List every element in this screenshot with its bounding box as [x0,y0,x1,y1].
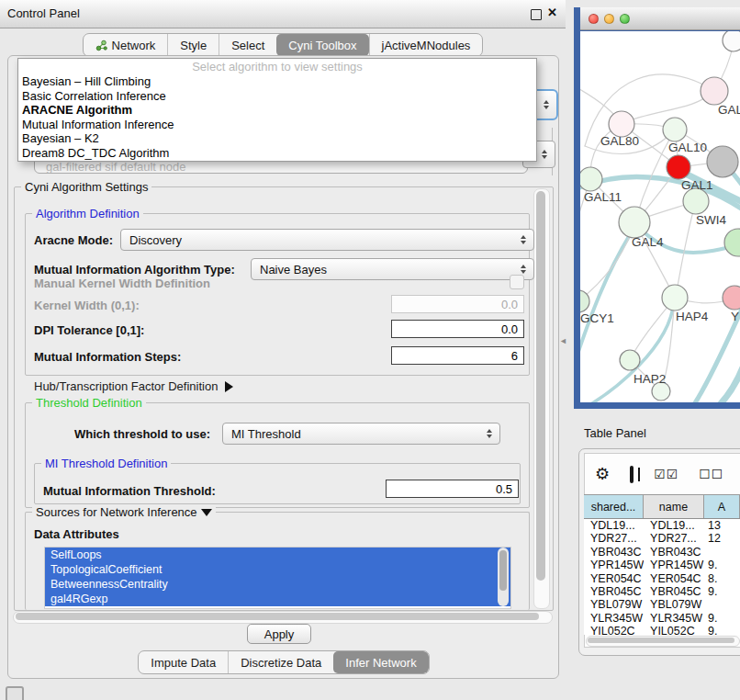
table-cell: YBL079W [584,598,644,611]
column-header[interactable]: shared... [584,495,644,518]
mi-type-combo[interactable]: Naive Bayes [251,258,534,280]
mi-steps-input[interactable] [391,346,524,365]
table: shared... name A YDL19...YDL19...13YDR27… [584,494,740,635]
network-edge[interactable] [622,91,714,124]
settings-hscrollbar-thumb[interactable] [16,613,539,620]
algorithm-option[interactable]: Bayesian – Hill Climbing [18,74,536,89]
close-traffic-light-icon[interactable] [589,14,599,24]
aracne-mode-combo[interactable]: Discovery [120,229,534,251]
tab-infer-network[interactable]: Infer Network [333,651,428,673]
tab-select[interactable]: Select [219,34,276,56]
algorithm-option[interactable]: Basic Correlation Inference [18,89,536,104]
network-node[interactable] [723,31,740,51]
network-edge[interactable] [707,355,740,402]
tab-label: Infer Network [345,656,416,670]
kernel-width-input[interactable] [391,295,524,313]
table-row[interactable]: YER054CYER054C8. [584,572,740,585]
data-attributes-list[interactable]: SelfLoopsTopologicalCoefficientBetweenne… [44,547,511,609]
collapse-arrow-icon [201,509,212,516]
data-attribute-item[interactable]: SelfLoops [45,548,510,562]
network-window-titlebar[interactable] [580,7,740,30]
network-node[interactable] [723,286,740,310]
network-edge[interactable] [580,226,635,362]
tab-style[interactable]: Style [167,34,219,56]
table-row[interactable]: YBR043CYBR043C [584,546,740,559]
table-cell: YLR345W [584,612,644,625]
mi-type-value: Naive Bayes [260,263,327,277]
manual-kernel-checkbox[interactable] [510,275,524,289]
zoom-traffic-light-icon[interactable] [620,14,630,24]
table-cell: 9. [704,585,740,598]
gear-icon[interactable]: ⚙ [595,466,610,482]
table-row[interactable]: YPR145WYPR145W9. [584,559,740,571]
collapsed-panel-icon[interactable] [6,686,24,700]
network-node-label: GAL80 [600,134,639,148]
table-cell: YDL19... [584,519,644,532]
algorithm-definition-legend: Algorithm Definition [32,207,143,220]
table-row[interactable]: YLR345WYLR345W9. [584,612,740,625]
network-node[interactable] [580,167,602,191]
tab-label: Select [231,39,264,52]
dpi-tolerance-label: DPI Tolerance [0,1]: [34,323,144,337]
tab-jactivemnodules[interactable]: jActiveMNodules [369,34,483,56]
network-node[interactable] [683,188,709,214]
algorithm-option[interactable]: Bayesian – K2 [18,131,536,146]
network-node[interactable] [701,77,728,105]
column-header[interactable]: name [644,495,704,518]
panel-resize-handle[interactable]: ◄ [559,336,567,345]
data-attribute-item[interactable]: gal4RGexp [45,592,510,606]
attributes-scrollbar-thumb[interactable] [499,550,507,591]
algorithm-option[interactable]: ARACNE Algorithm [18,103,536,118]
network-node[interactable] [620,350,640,370]
table-cell [704,598,740,611]
control-panel-body: gal-filtered sif default node Select alg… [7,55,559,679]
table-cell: 8. [704,572,740,585]
network-node[interactable] [724,229,740,256]
table-row[interactable]: YIL052CYIL052C9. [584,625,740,635]
network-edge[interactable] [676,201,696,297]
data-attribute-item[interactable]: TopologicalCoefficient [45,562,510,577]
network-svg: GAL7GAL80GAL10GAL1GAL11SWI4GAL4GCY1HAP4Y… [580,31,740,402]
network-node[interactable] [662,285,688,310]
tab-cyni-toolbox[interactable]: Cyni Toolbox [276,34,368,56]
table-row[interactable]: YBL079WYBL079W [584,598,740,611]
apply-button[interactable]: Apply [247,624,311,644]
table-cell: 9. [704,559,740,571]
minimize-traffic-light-icon[interactable] [604,14,614,24]
table-row[interactable]: YDL19...YDL19...13 [584,519,740,532]
sources-legend[interactable]: Sources for Network Inference [32,505,216,519]
network-node-label: HAP4 [676,310,709,323]
hub-section-label: Hub/Transcription Factor Definition [34,379,218,393]
float-window-icon[interactable] [531,9,542,20]
network-icon [95,40,107,51]
algorithm-option[interactable]: Mutual Information Inference [18,118,536,132]
network-node[interactable] [609,111,634,137]
data-attributes-label: Data Attributes [34,527,119,541]
algorithm-option[interactable]: Dream8 DC_TDC Algorithm [18,146,536,161]
network-node[interactable] [667,155,690,179]
tab-network[interactable]: Network [84,34,168,56]
network-node[interactable] [619,207,650,238]
tab-discretize-data[interactable]: Discretize Data [228,651,333,673]
column-header[interactable]: A [704,495,740,518]
close-icon[interactable]: ✕ [547,6,557,19]
checked-checkboxes-icon[interactable]: ☑☑ [654,467,678,481]
columns-icon[interactable] [630,466,633,483]
network-node-label: GAL4 [632,235,664,249]
network-node[interactable] [663,118,687,141]
table-hscrollbar-thumb[interactable] [588,638,734,643]
unchecked-checkboxes-icon[interactable]: ☐☐ [699,467,723,481]
network-node[interactable] [707,146,738,177]
table-cell: YBR043C [584,546,644,559]
table-row[interactable]: YDR27...YDR27...12 [584,532,740,545]
dpi-tolerance-input[interactable] [391,320,524,338]
data-attribute-item[interactable]: BetweennessCentrality [45,577,510,592]
mi-threshold-input[interactable] [386,480,519,498]
settings-scrollbar-thumb[interactable] [536,191,545,581]
tab-impute-data[interactable]: Impute Data [139,651,228,673]
which-threshold-combo[interactable]: MI Threshold [222,423,500,445]
table-row[interactable]: YBR045CYBR045C9. [584,585,740,598]
hub-section-toggle[interactable]: Hub/Transcription Factor Definition [34,379,233,393]
network-canvas[interactable]: GAL7GAL80GAL10GAL1GAL11SWI4GAL4GCY1HAP4Y… [580,31,740,402]
network-node-label: GAL1 [681,178,713,192]
